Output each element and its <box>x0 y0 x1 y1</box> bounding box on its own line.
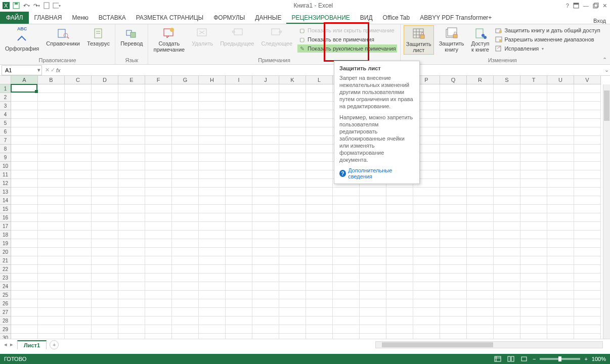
cell[interactable] <box>118 265 145 274</box>
cell[interactable] <box>92 239 118 248</box>
cell[interactable] <box>92 325 118 334</box>
cell[interactable] <box>118 299 145 308</box>
cell[interactable] <box>494 136 520 145</box>
cell[interactable] <box>252 274 279 282</box>
cell[interactable] <box>279 239 306 248</box>
cell[interactable] <box>252 170 279 179</box>
cell[interactable] <box>333 265 360 274</box>
cell[interactable] <box>118 119 145 127</box>
column-header[interactable]: H <box>199 76 226 84</box>
sheet-next-icon[interactable]: ▸ <box>10 341 13 348</box>
cell[interactable] <box>226 308 252 316</box>
cell[interactable] <box>118 84 145 93</box>
cell[interactable] <box>440 93 467 102</box>
row-header[interactable]: 7 <box>0 136 11 145</box>
row-header[interactable]: 14 <box>0 196 11 205</box>
row-header[interactable]: 8 <box>0 145 11 153</box>
cell[interactable] <box>65 239 92 248</box>
cell[interactable] <box>386 282 413 291</box>
cell[interactable] <box>440 213 467 222</box>
cell[interactable] <box>252 196 279 205</box>
cell[interactable] <box>413 291 440 299</box>
cell[interactable] <box>65 188 92 196</box>
cell[interactable] <box>92 102 118 110</box>
cell[interactable] <box>11 256 38 265</box>
cell[interactable] <box>520 248 547 256</box>
cell[interactable] <box>440 316 467 325</box>
cell[interactable] <box>118 179 145 188</box>
cell[interactable] <box>494 102 520 110</box>
column-header[interactable]: U <box>547 76 574 84</box>
column-header[interactable]: J <box>252 76 279 84</box>
cell[interactable] <box>333 308 360 316</box>
cell[interactable] <box>38 127 65 136</box>
cell[interactable] <box>92 205 118 213</box>
cell[interactable] <box>547 188 574 196</box>
name-box-dropdown-icon[interactable]: ▾ <box>36 67 41 73</box>
cell[interactable] <box>547 239 574 248</box>
cell[interactable] <box>172 102 199 110</box>
cell[interactable] <box>574 93 601 102</box>
cell[interactable] <box>118 110 145 119</box>
cell[interactable] <box>65 162 92 170</box>
cell[interactable] <box>65 127 92 136</box>
row-header[interactable]: 19 <box>0 239 11 248</box>
cell[interactable] <box>11 162 38 170</box>
cell[interactable] <box>574 170 601 179</box>
cell[interactable] <box>65 231 92 239</box>
cell[interactable] <box>38 84 65 93</box>
cell[interactable] <box>547 213 574 222</box>
cell[interactable] <box>520 153 547 162</box>
cell[interactable] <box>520 162 547 170</box>
cell[interactable] <box>252 308 279 316</box>
cell[interactable] <box>279 205 306 213</box>
expand-formula-bar-icon[interactable]: ⌄ <box>603 67 610 73</box>
cell[interactable] <box>65 213 92 222</box>
cell[interactable] <box>360 248 386 256</box>
cell[interactable] <box>145 162 172 170</box>
cell[interactable] <box>92 316 118 325</box>
cell[interactable] <box>172 119 199 127</box>
column-header[interactable]: G <box>172 76 199 84</box>
cell[interactable] <box>467 282 494 291</box>
cell[interactable] <box>547 274 574 282</box>
cell[interactable] <box>172 213 199 222</box>
cell[interactable] <box>118 93 145 102</box>
cell[interactable] <box>279 222 306 231</box>
cell[interactable] <box>386 213 413 222</box>
cell[interactable] <box>386 222 413 231</box>
cell[interactable] <box>11 282 38 291</box>
cell[interactable] <box>11 136 38 145</box>
cell[interactable] <box>226 239 252 248</box>
column-header[interactable]: K <box>279 76 306 84</box>
cell[interactable] <box>252 93 279 102</box>
cell[interactable] <box>145 265 172 274</box>
cell[interactable] <box>92 162 118 170</box>
cell[interactable] <box>467 231 494 239</box>
cell[interactable] <box>413 222 440 231</box>
cell[interactable] <box>118 127 145 136</box>
column-header[interactable]: A <box>11 76 38 84</box>
cell[interactable] <box>279 93 306 102</box>
cell[interactable] <box>118 213 145 222</box>
column-header[interactable]: B <box>38 76 65 84</box>
cell[interactable] <box>92 265 118 274</box>
cell[interactable] <box>413 231 440 239</box>
vscroll-thumb[interactable] <box>604 90 609 121</box>
cell[interactable] <box>547 93 574 102</box>
cell[interactable] <box>11 213 38 222</box>
cell[interactable] <box>199 316 226 325</box>
cell[interactable] <box>494 291 520 299</box>
cell[interactable] <box>494 205 520 213</box>
cell[interactable] <box>279 291 306 299</box>
cell[interactable] <box>440 231 467 239</box>
cell[interactable] <box>252 256 279 265</box>
cell[interactable] <box>333 274 360 282</box>
cell[interactable] <box>38 325 65 334</box>
tab-data[interactable]: ДАННЫЕ <box>250 12 286 24</box>
cell[interactable] <box>38 205 65 213</box>
row-header[interactable]: 21 <box>0 256 11 265</box>
cell[interactable] <box>226 188 252 196</box>
cell[interactable] <box>199 127 226 136</box>
cell[interactable] <box>65 205 92 213</box>
